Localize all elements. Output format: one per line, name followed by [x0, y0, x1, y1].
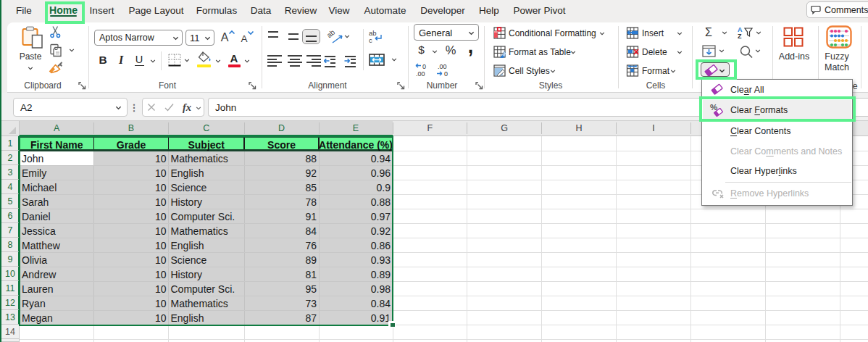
svg-text:.00: .00: [416, 70, 425, 77]
svg-text:Z: Z: [738, 33, 742, 39]
svg-text:0: 0: [444, 70, 448, 77]
svg-text:c: c: [369, 36, 372, 44]
svg-text:0: 0: [422, 63, 426, 70]
svg-text:.00: .00: [438, 63, 447, 70]
svg-text:ab: ab: [327, 29, 337, 39]
